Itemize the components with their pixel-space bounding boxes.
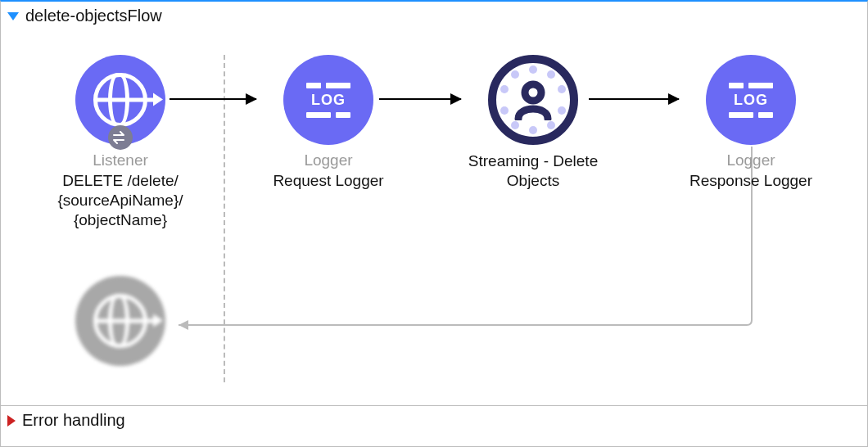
logger-icon: LOG [283, 55, 373, 145]
svg-point-9 [511, 70, 519, 79]
node-name: Request Logger [273, 171, 383, 191]
svg-point-2 [558, 85, 566, 93]
return-placeholder-node [30, 276, 210, 366]
http-listener-icon [75, 55, 165, 145]
node-name: Streaming - Delete Objects [468, 151, 598, 191]
streaming-icon [488, 55, 578, 145]
node-type: Logger [304, 151, 352, 169]
source-divider [224, 55, 225, 382]
flow-canvas[interactable]: Listener DELETE /delete/ {sourceApiName}… [1, 30, 867, 405]
http-return-icon [75, 276, 165, 366]
node-type: Logger [726, 151, 775, 169]
svg-point-8 [500, 85, 509, 93]
flow-panel: delete-objectsFlow Listener DELET [0, 0, 868, 447]
listener-node[interactable]: Listener DELETE /delete/ {sourceApiName}… [30, 55, 210, 229]
svg-point-1 [547, 70, 555, 79]
flow-title: delete-objectsFlow [25, 7, 162, 25]
response-logger-node[interactable]: LOG Logger Response Logger [661, 55, 841, 191]
collapse-right-icon[interactable] [7, 415, 16, 427]
svg-point-4 [547, 121, 555, 129]
streaming-delete-node[interactable]: Streaming - Delete Objects [443, 55, 623, 191]
node-name: DELETE /delete/ {sourceApiName}/ {object… [57, 171, 183, 229]
exchange-badge-icon [108, 125, 133, 150]
error-title: Error handling [22, 411, 125, 430]
flow-header[interactable]: delete-objectsFlow [1, 2, 867, 30]
svg-point-0 [529, 65, 537, 74]
error-handling-header[interactable]: Error handling [1, 405, 867, 435]
svg-point-5 [529, 126, 537, 134]
node-type: Listener [93, 151, 148, 169]
collapse-down-icon[interactable] [7, 12, 19, 20]
request-logger-node[interactable]: LOG Logger Request Logger [238, 55, 418, 191]
svg-point-6 [511, 121, 519, 129]
svg-point-3 [558, 106, 566, 115]
node-name: Response Logger [689, 171, 812, 191]
logger-icon: LOG [706, 55, 796, 145]
svg-point-7 [500, 106, 509, 115]
